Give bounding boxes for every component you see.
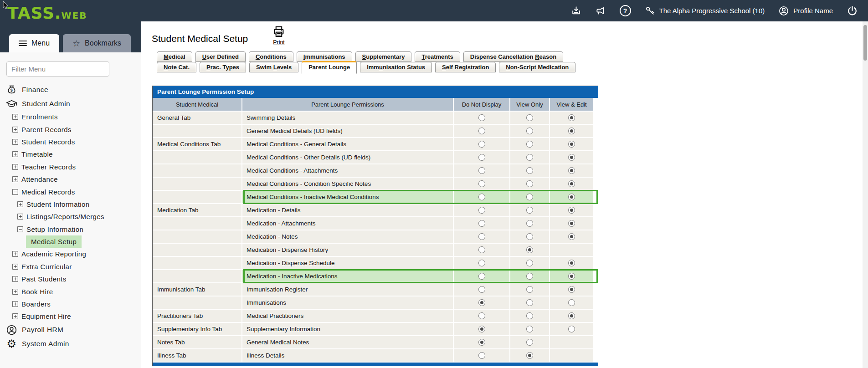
- sidebar-item-attendance[interactable]: Attendance: [0, 173, 141, 185]
- radio-do-not-display-medication-inactive-medications[interactable]: [478, 273, 485, 280]
- sidebar-item-teacher-records[interactable]: Teacher Records: [0, 161, 141, 173]
- radio-view-only-medication-notes[interactable]: [526, 233, 533, 240]
- radio-do-not-display-medical-conditions-inactive-medical-conditions[interactable]: [478, 194, 485, 200]
- sidebar-item-student-information[interactable]: Student Information: [0, 198, 141, 210]
- radio-view-edit-medical-conditions-general-details[interactable]: [568, 141, 575, 148]
- sidebar-item-parent-records[interactable]: Parent Records: [0, 123, 141, 135]
- sidebar-item-student-admin[interactable]: Student Admin: [0, 97, 141, 111]
- radio-view-only-medical-conditions-inactive-medical-conditions[interactable]: [526, 194, 533, 200]
- tab-note-cat[interactable]: Note Cat.: [157, 62, 196, 72]
- tab-parent-lounge[interactable]: Parent Lounge: [302, 61, 357, 74]
- sidebar-item-payroll-hrm[interactable]: Payroll HRM: [0, 323, 141, 337]
- tab-self-registration[interactable]: Self Registration: [435, 62, 496, 72]
- radio-view-only-illness-details[interactable]: [526, 352, 533, 359]
- radio-view-only-medical-conditions-other-details-ud-fields[interactable]: [526, 154, 533, 161]
- expand-icon[interactable]: [12, 264, 18, 270]
- radio-view-only-swimming-details[interactable]: [526, 114, 533, 121]
- tass-logo[interactable]: TASS.WEB: [7, 4, 87, 22]
- radio-view-edit-medical-conditions-condition-specific-notes[interactable]: [568, 180, 575, 187]
- sidebar-item-equipment-hire[interactable]: Equipment Hire: [0, 310, 141, 322]
- school-selector[interactable]: The Alpha Progressive School (10): [645, 5, 765, 16]
- collapse-icon[interactable]: [17, 226, 23, 232]
- radio-view-only-medical-conditions-attachments[interactable]: [526, 167, 533, 174]
- expand-icon[interactable]: [12, 114, 18, 120]
- expand-icon[interactable]: [12, 139, 18, 145]
- power-icon[interactable]: [847, 5, 858, 16]
- radio-do-not-display-swimming-details[interactable]: [478, 114, 485, 121]
- radio-view-only-general-medical-notes[interactable]: [526, 339, 533, 346]
- expand-icon[interactable]: [12, 176, 18, 182]
- radio-view-edit-medication-inactive-medications[interactable]: [568, 273, 575, 280]
- radio-do-not-display-medical-conditions-condition-specific-notes[interactable]: [478, 180, 485, 187]
- radio-do-not-display-medication-details[interactable]: [478, 207, 485, 214]
- radio-view-only-medication-dispense-schedule[interactable]: [526, 260, 533, 266]
- radio-view-only-medication-inactive-medications[interactable]: [526, 273, 533, 280]
- expand-icon[interactable]: [12, 301, 18, 307]
- sidebar-item-boarders[interactable]: Boarders: [0, 298, 141, 310]
- tab-non-script-medication[interactable]: Non-Script Medication: [499, 62, 575, 72]
- expand-icon[interactable]: [17, 214, 23, 220]
- radio-view-edit-immunisation-register[interactable]: [568, 286, 575, 293]
- tab-treatments[interactable]: Treatments: [415, 51, 460, 62]
- radio-view-edit-medical-practitioners[interactable]: [568, 312, 575, 319]
- expand-icon[interactable]: [12, 251, 18, 257]
- radio-view-only-medication-dispense-history[interactable]: [526, 246, 533, 253]
- profile-menu[interactable]: Profile Name: [778, 5, 833, 16]
- radio-do-not-display-immunisations[interactable]: [478, 299, 485, 306]
- tab-menu[interactable]: Menu: [9, 34, 59, 52]
- radio-view-edit-medical-conditions-attachments[interactable]: [568, 167, 575, 174]
- radio-view-only-supplementary-information[interactable]: [526, 326, 533, 332]
- help-icon[interactable]: ?: [620, 5, 631, 16]
- radio-view-edit-medication-notes[interactable]: [568, 233, 575, 240]
- scrollbar-track[interactable]: [863, 21, 868, 368]
- radio-do-not-display-immunisation-register[interactable]: [478, 286, 485, 293]
- radio-do-not-display-medication-notes[interactable]: [478, 233, 485, 240]
- radio-view-edit-medication-details[interactable]: [568, 207, 575, 214]
- radio-view-edit-general-medical-details-ud-fields[interactable]: [568, 128, 575, 134]
- radio-do-not-display-medical-conditions-attachments[interactable]: [478, 167, 485, 174]
- announcements-icon[interactable]: [595, 5, 606, 16]
- expand-icon[interactable]: [12, 289, 18, 295]
- sidebar-item-system-admin[interactable]: ⚙System Admin: [0, 337, 141, 351]
- radio-view-only-immunisation-register[interactable]: [526, 286, 533, 293]
- sidebar-item-academic-reporting[interactable]: Academic Reporting: [0, 248, 141, 260]
- radio-view-only-medical-practitioners[interactable]: [526, 312, 533, 319]
- radio-do-not-display-illness-details[interactable]: [478, 352, 485, 359]
- radio-view-edit-immunisations[interactable]: [568, 299, 575, 306]
- print-button[interactable]: Print: [268, 25, 290, 46]
- radio-do-not-display-medical-conditions-general-details[interactable]: [478, 141, 485, 148]
- sidebar-item-enrolments[interactable]: Enrolments: [0, 111, 141, 123]
- download-icon[interactable]: [571, 5, 581, 16]
- sidebar-item-medical-setup[interactable]: Medical Setup: [0, 235, 141, 248]
- radio-view-only-medical-conditions-general-details[interactable]: [526, 141, 533, 148]
- radio-do-not-display-medication-attachments[interactable]: [478, 220, 485, 227]
- sidebar-item-setup-information[interactable]: Setup Information: [0, 223, 141, 235]
- expand-icon[interactable]: [12, 164, 18, 170]
- radio-view-only-general-medical-details-ud-fields[interactable]: [526, 128, 533, 134]
- radio-view-edit-supplementary-information[interactable]: [568, 326, 575, 332]
- tab-bookmarks[interactable]: ☆ Bookmarks: [63, 34, 131, 52]
- sidebar-item-finance[interactable]: $Finance: [0, 82, 141, 97]
- sidebar-item-listings-reports-merges[interactable]: Listings/Reports/Merges: [0, 210, 141, 223]
- tab-medical[interactable]: Medical: [157, 51, 192, 62]
- radio-view-edit-medical-conditions-inactive-medical-conditions[interactable]: [568, 194, 575, 200]
- radio-view-edit-medical-conditions-other-details-ud-fields[interactable]: [568, 154, 575, 161]
- radio-do-not-display-medication-dispense-history[interactable]: [478, 246, 485, 253]
- filter-menu-input[interactable]: [6, 61, 109, 77]
- tab-dispense-cancellation-reason[interactable]: Dispense Cancellation Reason: [463, 51, 563, 62]
- radio-view-edit-medication-attachments[interactable]: [568, 220, 575, 227]
- radio-do-not-display-supplementary-information[interactable]: [478, 326, 485, 332]
- sidebar-item-past-students[interactable]: Past Students: [0, 273, 141, 285]
- radio-view-only-immunisations[interactable]: [526, 299, 533, 306]
- tab-prac-types[interactable]: Prac. Types: [200, 62, 246, 72]
- expand-icon[interactable]: [12, 276, 18, 282]
- tab-conditions[interactable]: Conditions: [249, 51, 293, 62]
- radio-view-only-medical-conditions-condition-specific-notes[interactable]: [526, 180, 533, 187]
- sidebar-item-extra-curricular[interactable]: Extra Curricular: [0, 261, 141, 273]
- expand-icon[interactable]: [12, 151, 18, 157]
- tab-supplementary[interactable]: Supplementary: [355, 51, 412, 62]
- tab-user-defined[interactable]: User Defined: [195, 51, 246, 62]
- expand-icon[interactable]: [12, 127, 18, 133]
- tab-immunisations[interactable]: Immunisations: [297, 51, 352, 62]
- radio-do-not-display-medication-dispense-schedule[interactable]: [478, 260, 485, 266]
